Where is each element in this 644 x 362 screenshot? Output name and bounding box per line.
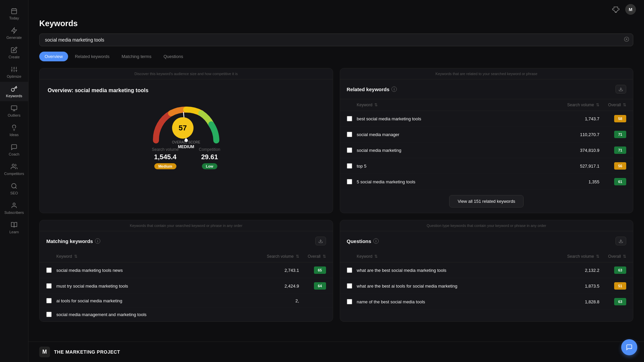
questions-info-icon[interactable]: i — [373, 238, 379, 244]
q-keyword-col[interactable]: Keyword ⇅ — [357, 254, 556, 259]
tab-related-keywords[interactable]: Related keywords — [69, 52, 115, 61]
gauge-score: 57 — [172, 117, 194, 139]
sidebar-item-today[interactable]: Today — [0, 4, 28, 23]
keyword-cell: social media management and marketing to… — [56, 312, 256, 317]
keyword-cell: top 5 — [357, 164, 559, 169]
matching-info-icon[interactable]: i — [95, 238, 100, 244]
volume-col-header[interactable]: Search volume ⇅ — [559, 103, 599, 107]
questions-table: Keyword ⇅ Search volume ⇅ Overall ⇅ — [340, 251, 633, 310]
keyword-col-header[interactable]: Keyword ⇅ — [357, 103, 559, 107]
m-volume-col[interactable]: Search volume ⇅ — [256, 254, 299, 259]
sidebar-item-optimize-label: Optimize — [7, 74, 21, 78]
keyword-cell: social media marketing — [357, 148, 559, 153]
competition-label: Competition — [199, 147, 220, 152]
volume-cell: 1,743.7 — [559, 116, 599, 121]
row-checkbox-3[interactable] — [347, 163, 352, 169]
table-row: social media marketing tools news 2,743.… — [40, 262, 333, 278]
table-row: what are the best social media marketing… — [340, 262, 633, 278]
q-row-checkbox-2[interactable] — [347, 299, 352, 304]
q-row-checkbox-1[interactable] — [347, 283, 352, 289]
banner-text: THE MARKETING PROJECT — [54, 349, 120, 355]
questions-card: Question type keywords that contain your… — [340, 220, 634, 322]
m-row-checkbox-3[interactable] — [46, 312, 52, 317]
table-row: name of the best social media tools 1,82… — [340, 294, 633, 310]
q-volume-col[interactable]: Search volume ⇅ — [556, 254, 599, 259]
volume-cell: 2, — [256, 298, 299, 303]
matching-table: Keyword ⇅ Search volume ⇅ Overall ⇅ — [40, 251, 333, 321]
table-row: social media management and marketing to… — [40, 308, 333, 321]
table-row: social media manager 110,270.7 71 — [340, 127, 633, 142]
m-row-checkbox-0[interactable] — [46, 267, 52, 273]
key-icon — [10, 85, 18, 93]
m-keyword-col[interactable]: Keyword ⇅ — [56, 254, 256, 259]
sidebar-item-optimize[interactable]: Optimize — [0, 62, 28, 82]
matching-download-button[interactable] — [315, 237, 326, 245]
score-badge: 51 — [614, 282, 626, 290]
volume-cell: 2,743.1 — [256, 268, 299, 273]
sidebar-item-seo-label: SEO — [10, 191, 18, 195]
m-row-checkbox-2[interactable] — [46, 298, 52, 303]
sidebar-item-coach-label: Coach — [9, 152, 19, 156]
keyword-cell: social media manager — [357, 132, 559, 137]
related-info-icon[interactable]: i — [391, 86, 397, 92]
table-row: top 5 527,917.1 56 — [340, 158, 633, 174]
score-badge: 63 — [614, 298, 626, 305]
svg-line-21 — [15, 187, 17, 189]
q-row-checkbox-0[interactable] — [347, 267, 352, 273]
sidebar-item-create[interactable]: Create — [0, 43, 28, 62]
table-row: 5 social media marketing tools 1,355 61 — [340, 174, 633, 190]
sidebar-item-outliers[interactable]: Outliers — [0, 101, 28, 121]
sidebar-item-subscribers-label: Subscribers — [4, 210, 24, 215]
edit-icon — [10, 46, 18, 54]
sidebar-item-competitors[interactable]: Competitors — [0, 160, 28, 179]
related-title: Related keywords i — [347, 86, 397, 92]
score-badge: 71 — [614, 146, 626, 154]
table-row: what are the best ai tools for social me… — [340, 278, 633, 294]
q-overall-col[interactable]: Overall ⇅ — [599, 254, 626, 259]
score-badge: 71 — [614, 131, 626, 138]
row-checkbox-1[interactable] — [347, 132, 352, 137]
search-clear-icon[interactable] — [624, 37, 629, 43]
sidebar-item-learn[interactable]: Learn — [0, 218, 28, 237]
questions-card-header: Questions i — [340, 231, 633, 251]
sidebar-item-ideas[interactable]: Ideas — [0, 121, 28, 140]
view-all-related-button[interactable]: View all 151 related keywords — [449, 195, 524, 207]
tab-matching-terms[interactable]: Matching terms — [116, 52, 157, 61]
avatar[interactable]: M — [625, 4, 636, 15]
calendar-icon — [10, 7, 18, 15]
overall-col-header[interactable]: Overall ⇅ — [599, 103, 626, 107]
keyword-cell: name of the best social media tools — [357, 299, 556, 304]
sidebar-item-outliers-label: Outliers — [8, 113, 20, 117]
sidebar-item-seo[interactable]: SEO — [0, 179, 28, 198]
questions-download-button[interactable] — [615, 237, 626, 245]
zap-icon — [10, 27, 18, 34]
keyword-cell: ai tools for social media marketing — [56, 298, 256, 303]
sidebar-item-keywords[interactable]: Keywords — [0, 82, 28, 101]
tab-overview[interactable]: Overview — [39, 52, 68, 61]
row-checkbox-4[interactable] — [347, 179, 352, 184]
related-card-header: Related keywords i — [340, 79, 633, 99]
sidebar-item-subscribers[interactable]: Subscribers — [0, 198, 28, 218]
volume-cell: 2,424.9 — [256, 284, 299, 289]
sidebar-item-ideas-label: Ideas — [10, 133, 19, 137]
matching-table-header: Keyword ⇅ Search volume ⇅ Overall ⇅ — [40, 251, 333, 262]
competition-value: 29.61 — [199, 153, 220, 161]
m-row-checkbox-1[interactable] — [46, 283, 52, 289]
competition-badge: Low — [202, 163, 217, 169]
trophy-icon[interactable] — [610, 4, 621, 15]
volume-cell: 2,132.2 — [556, 268, 599, 273]
tab-bar: Overview Related keywords Matching terms… — [39, 52, 633, 61]
row-checkbox-0[interactable] — [347, 116, 352, 121]
tab-questions[interactable]: Questions — [158, 52, 189, 61]
sidebar-item-coach[interactable]: Coach — [0, 140, 28, 160]
related-download-button[interactable] — [615, 85, 626, 94]
search-input[interactable] — [39, 34, 633, 46]
sidebar-item-generate[interactable]: Generate — [0, 23, 28, 43]
search-bar — [39, 34, 633, 46]
chat-button[interactable] — [621, 339, 637, 355]
book-open-icon — [10, 221, 18, 229]
m-overall-col[interactable]: Overall ⇅ — [299, 254, 326, 259]
table-row: must try social media marketing tools 2,… — [40, 278, 333, 294]
sidebar-item-today-label: Today — [9, 16, 19, 20]
row-checkbox-2[interactable] — [347, 147, 352, 153]
